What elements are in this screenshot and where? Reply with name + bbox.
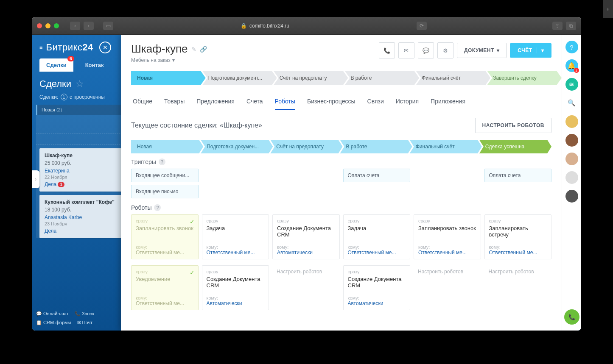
mini-stage[interactable]: Подготовка докумен... (201, 140, 273, 153)
nav-forward-button[interactable]: › (84, 22, 94, 30)
robot-who-value: Автоматически (277, 250, 335, 256)
robot-when: сразу (136, 218, 194, 223)
window-close-dot[interactable] (37, 23, 42, 28)
robot-when: сразу (418, 218, 476, 223)
stage-step[interactable]: Счёт на предоплату (274, 71, 348, 85)
help-icon[interactable]: ? (159, 158, 165, 165)
mini-stage[interactable]: Финальный счёт (410, 140, 482, 153)
bg-tab-deals[interactable]: Сделки 6 (39, 58, 73, 72)
configure-robots-button[interactable]: НАСТРОИТЬ РОБОТОВ (475, 118, 552, 133)
lines-icon[interactable]: ≋ (565, 78, 578, 91)
robot-card[interactable]: сразуЗапланировать звоноккому:Ответствен… (414, 214, 481, 259)
call-button[interactable]: 📞 (379, 42, 395, 58)
window-zoom-dot[interactable] (54, 23, 59, 28)
robot-name: Уведомление (136, 276, 194, 295)
avatar[interactable] (565, 115, 578, 128)
invoice-button[interactable]: СЧЁТ▾ (510, 43, 551, 58)
robot-card[interactable]: сразуСоздание Документа CRMкому:Автомати… (343, 265, 411, 310)
avatar[interactable] (565, 134, 578, 147)
robot-card[interactable]: сразуСоздание Документа CRMкому:Автомати… (202, 265, 269, 310)
link-icon[interactable]: 🔗 (200, 46, 207, 53)
robot-when: сразу (348, 269, 406, 274)
robot-who-value: Автоматически (207, 300, 265, 306)
bg-tab-contacts[interactable]: Контак (78, 58, 111, 72)
app-logo: Битрикс24 (46, 42, 93, 53)
mini-stage[interactable]: В работе (340, 140, 412, 153)
hamburger-icon[interactable]: ≡ (39, 44, 43, 51)
address-bar[interactable]: 🔒 comilfo.bitrix24.ru (117, 23, 413, 29)
robot-card[interactable]: сразуСоздание Документа CRMкому:Автомати… (272, 214, 340, 259)
browser-titlebar: ‹ › ▭ 🔒 comilfo.bitrix24.ru ⟳ ⇪ ⧉ + (32, 17, 581, 35)
robot-name: Создание Документа CRM (277, 225, 335, 245)
setup-robot-placeholder[interactable]: Настроить роботов (414, 265, 481, 310)
robot-card[interactable]: сразуЗапланировать встречукому:Ответстве… (484, 214, 552, 259)
help-bubble-icon[interactable]: ? (565, 41, 578, 53)
notifications-icon[interactable]: 🔔1 (565, 59, 578, 72)
setup-robot-placeholder[interactable]: Настроить роботов (272, 265, 340, 310)
robot-card[interactable]: ✓сразуУведомлениекому:Ответственный ме..… (131, 265, 199, 310)
deal-tabs: Общие Товары Предложения Счета Роботы Би… (121, 87, 562, 110)
tab-robots[interactable]: Роботы (275, 94, 295, 110)
edit-icon[interactable]: ✎ (191, 46, 196, 53)
tab-links[interactable]: Связи (367, 94, 384, 110)
tab-general[interactable]: Общие (133, 94, 152, 110)
tab-apps[interactable]: Приложения (431, 94, 465, 110)
robot-who-label: кому: (348, 295, 406, 300)
nav-back-button[interactable]: ‹ (70, 22, 80, 30)
robots-section-label: Роботы? (131, 204, 551, 211)
robot-card[interactable]: ✓сразуЗапланировать звоноккому:Ответстве… (131, 214, 199, 259)
document-button[interactable]: ДОКУМЕНТ▾ (457, 43, 507, 58)
mini-stage-success[interactable]: Сделка успешна (479, 140, 551, 153)
stage-step[interactable]: В работе (344, 71, 419, 85)
avatar[interactable] (565, 190, 578, 203)
avatar[interactable] (565, 153, 578, 165)
trigger-chip[interactable]: Входящее письмо (131, 185, 199, 198)
deal-subtitle[interactable]: Мебель на заказ ▾ (131, 57, 207, 63)
email-button[interactable]: ✉ (398, 42, 414, 58)
trigger-chip[interactable]: Входящее сообщени... (131, 169, 199, 182)
settings-button[interactable]: ⚙ (437, 42, 453, 58)
robot-card[interactable]: сразуЗадачакому:Ответственный ме... (343, 214, 411, 259)
tab-quotes[interactable]: Предложения (196, 94, 235, 110)
chevron-down-icon: ▾ (497, 47, 500, 53)
deal-slide-panel: Шкаф-купе ✎ 🔗 Мебель на заказ ▾ 📞 ✉ 💬 ⚙ (121, 35, 562, 331)
tab-invoices[interactable]: Счета (246, 94, 263, 110)
robot-when: сразу (277, 218, 335, 223)
stage-step[interactable]: Подготовка документ... (202, 71, 277, 85)
phone-fab-icon[interactable]: 📞 (564, 309, 579, 325)
help-icon[interactable]: ? (154, 204, 161, 211)
robot-card[interactable]: сразуЗадачакому:Ответственный ме... (202, 214, 269, 259)
robot-name: Запланировать звонок (418, 225, 476, 245)
trigger-chip[interactable]: Оплата счета (484, 169, 552, 182)
window-minimize-dot[interactable] (45, 23, 50, 28)
sidebar-toggle-button[interactable]: ▭ (103, 22, 113, 30)
search-icon[interactable]: 🔍 (565, 97, 578, 109)
collapse-panel-handle[interactable]: › (32, 170, 39, 188)
share-button[interactable]: ⇪ (552, 22, 563, 30)
deal-title: Шкаф-купе ✎ 🔗 (131, 42, 207, 56)
tab-products[interactable]: Товары (164, 94, 185, 110)
tab-history[interactable]: История (396, 94, 419, 110)
close-round-button[interactable]: ✕ (99, 42, 111, 53)
stage-step[interactable]: Новая (131, 71, 206, 85)
robot-who-value: Ответственный ме... (136, 300, 194, 306)
tabs-button[interactable]: ⧉ (566, 22, 576, 30)
reload-button[interactable]: ⟳ (417, 22, 427, 30)
robot-when: сразу (207, 269, 265, 274)
favorite-icon[interactable]: ☆ (76, 78, 84, 89)
check-icon: ✓ (190, 269, 195, 276)
robot-name: Задача (348, 225, 406, 245)
robot-who-label: кому: (136, 295, 194, 300)
avatar[interactable] (565, 171, 578, 184)
url-text: comilfo.bitrix24.ru (249, 23, 289, 29)
trigger-chip[interactable]: Оплата счета (343, 169, 411, 182)
tab-bizproc[interactable]: Бизнес-процессы (307, 94, 355, 110)
stage-step[interactable]: Финальный счёт (416, 71, 490, 85)
setup-robot-placeholder[interactable]: Настроить роботов (484, 265, 552, 310)
chat-button[interactable]: 💬 (418, 42, 434, 58)
mini-stage[interactable]: Счёт на предоплату (270, 140, 342, 153)
stage-finish[interactable]: Завершить сделку (487, 71, 562, 85)
robot-when: сразу (207, 218, 265, 223)
mini-stage[interactable]: Новая (131, 140, 203, 153)
robot-who-value: Ответственный ме... (348, 250, 406, 256)
